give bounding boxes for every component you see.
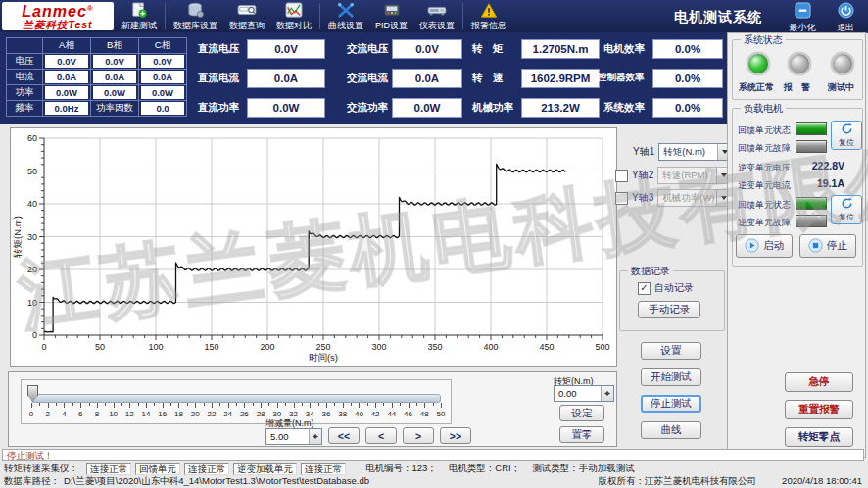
slider-tick (294, 403, 295, 408)
measurement-panel: A相 B相 C相 电压 0.0V 0.0V 0.0V 电流 0.0A 0.0A … (0, 32, 727, 124)
toolbar-item-data-compare[interactable]: 数据对比 (270, 0, 317, 32)
slider-tick-label: 16 (158, 410, 167, 418)
data-compare-icon (285, 2, 303, 19)
toolbar-item-pid-settings[interactable]: PID设置 (369, 0, 413, 32)
slider-tick-label: 8 (95, 410, 99, 418)
slider-tick-label: 24 (223, 410, 232, 418)
exit-button[interactable]: 退出 (827, 2, 864, 30)
set-button[interactable]: 设定 (559, 405, 604, 421)
frequency-value: 0.0Hz (45, 102, 88, 115)
toolbar-item-meter-settings[interactable]: 仪表设置 (413, 0, 460, 32)
torque-slider-track[interactable]: 0246810121416182022242628303234363840424… (31, 384, 441, 419)
phase-table: A相 B相 C相 电压 0.0V 0.0V 0.0V 电流 0.0A 0.0A … (6, 37, 187, 117)
slider-tick (343, 403, 344, 408)
phase-a-current: 0.0A (45, 71, 88, 83)
inverter-reset-button[interactable]: 复位 (831, 195, 862, 224)
slider-tick (138, 403, 139, 406)
stop-test-button[interactable]: 停止测试 (641, 395, 701, 413)
slider-tick-label: 38 (338, 410, 347, 418)
toolbar-item-database-settings[interactable]: 数据库设置 (168, 0, 223, 32)
torque-set-spinner[interactable]: 0.00 (554, 385, 614, 402)
svg-text:450: 450 (539, 342, 554, 352)
toolbar-item-data-query[interactable]: 数据查询 (223, 0, 270, 32)
phase-b-voltage: 0.0V (93, 55, 136, 68)
app-title: 电机测试系统 (674, 9, 762, 26)
emergency-stop-button[interactable]: 急停 (785, 372, 853, 392)
power-factor-label: 功率因数 (91, 101, 139, 117)
step-amount-spinner[interactable]: 5.00 (265, 428, 322, 445)
acquisition-state: 连接正常 (86, 463, 131, 475)
phase-a-header: A相 (43, 38, 91, 54)
slider-tick (80, 403, 81, 408)
phase-table-corner (7, 38, 43, 54)
motor-type: 电机类型：CRI； (449, 463, 520, 475)
toolbar-item-curve-settings[interactable]: 曲线设置 (322, 0, 369, 32)
slider-tick-label: 44 (387, 410, 396, 418)
testing-label: 测试中 (828, 81, 854, 94)
stop-motor-button[interactable]: 停止 (799, 234, 856, 258)
feedback-reset-button[interactable]: 复位 (831, 121, 862, 150)
feedback-fault-indicator (796, 140, 827, 153)
y-axis-3-dropdown[interactable]: 机械功率(W) (657, 189, 732, 207)
minimize-button[interactable]: 最小化 (784, 2, 821, 30)
slider-tick-label: 0 (29, 410, 33, 418)
inverter-fault-indicator (796, 215, 827, 227)
svg-text:350: 350 (427, 342, 442, 352)
toolbar-item-alarm-info[interactable]: 报警信息 (465, 0, 512, 32)
y-axis-3-checkbox[interactable] (615, 192, 628, 205)
toolbar: 新建测试 数据库设置 数据查询 数据对比 (116, 0, 512, 32)
lanmec-logo: Lanmec® 兰菱科技Test (2, 2, 114, 30)
right-panel: 系统状态 系统正常 报 警 测试中 负载电机 回馈单元状态 回馈单元故障 复位 … (727, 32, 866, 458)
fast-decrease-button[interactable]: << (328, 427, 360, 444)
slider-tick (277, 403, 278, 408)
y-axis-2-checkbox[interactable] (615, 170, 628, 182)
phase-a-voltage: 0.0V (45, 55, 88, 68)
start-motor-button[interactable]: 启动 (736, 234, 793, 258)
manual-record-button[interactable]: 手动记录 (638, 301, 700, 318)
reset-alarm-button[interactable]: 重置报警 (785, 400, 853, 419)
torque-zero-button[interactable]: 转矩零点 (785, 427, 853, 447)
start-test-button[interactable]: 开始测试 (641, 368, 701, 386)
y-axis-2-label: Y轴2 (632, 169, 653, 182)
db-path-value: D:\兰菱\项目\2020\山东中科4_14\MotorTest1.3\Moto… (64, 475, 369, 488)
slider-tick-label: 4 (62, 410, 66, 418)
y-axis-1-dropdown[interactable]: 转矩(N.m) (658, 143, 733, 161)
toolbar-item-label: 新建测试 (121, 20, 157, 32)
feedback-status2-label: 回馈单元状态 (738, 199, 791, 212)
data-query-icon (237, 2, 257, 19)
stop-icon (808, 238, 823, 255)
toolbar-item-new-test[interactable]: 新建测试 (116, 0, 163, 32)
minimize-icon (795, 2, 811, 21)
inverter-unit-label: 逆变加载单元 (233, 463, 297, 475)
slider-tick (163, 403, 164, 408)
alarm-label: 报 警 (784, 81, 810, 94)
alarm-led (788, 52, 811, 75)
auto-record-checkbox[interactable]: ✓ (638, 282, 651, 295)
data-record-group: 数据记录 ✓ 自动记录 手动记录 (619, 270, 725, 331)
voltage-row-label: 电压 (7, 54, 43, 70)
y-axis-2-selected: 转速(RPM) (662, 170, 707, 180)
fast-increase-button[interactable]: >> (440, 427, 471, 444)
settings-button[interactable]: 设置 (641, 342, 701, 360)
spinner-down-icon[interactable] (602, 394, 613, 402)
inverter-current-label: 逆变单元电流 (738, 179, 791, 192)
slider-tick-label: 48 (420, 410, 429, 418)
increase-button[interactable]: > (403, 427, 434, 444)
dc-current-value: 0.0A (247, 69, 325, 88)
spinner-down-icon[interactable] (310, 437, 321, 445)
slider-tick (154, 403, 155, 406)
slider-tick (244, 403, 245, 408)
curve-button[interactable]: 曲线 (641, 421, 701, 439)
inverter-voltage-value: 222.8V (797, 160, 844, 171)
dc-power-value: 0.0W (247, 98, 325, 118)
zero-button[interactable]: 置零 (559, 426, 604, 443)
slider-tick-label: 10 (109, 410, 118, 418)
feedback-status-label: 回馈单元状态 (738, 124, 791, 137)
slider-tick (170, 403, 171, 406)
y-axis-1-label: Y轴1 (633, 145, 654, 159)
slider-tick-label: 18 (174, 410, 183, 418)
decrease-button[interactable]: < (365, 427, 397, 444)
y-axis-2-dropdown[interactable]: 转速(RPM) (657, 167, 732, 184)
torque-value: 1.2705N.m (521, 39, 600, 59)
slider-tick (302, 403, 303, 406)
